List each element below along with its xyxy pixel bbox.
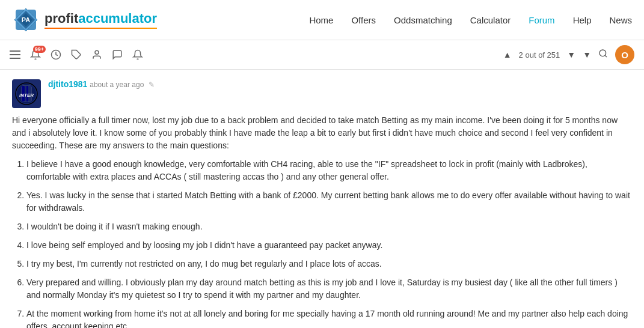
- top-navigation: PA profitaccumulator Home Offers Oddsmat…: [0, 0, 644, 40]
- bell-icon[interactable]: [132, 49, 143, 60]
- logo-underline: [44, 28, 157, 29]
- pagination-text: 2 out of 251: [519, 50, 560, 59]
- toolbar: 99+ ▲ 2 out of 251 ▼ ▼ O: [0, 40, 644, 70]
- list-item: I wouldn't be doing it if I wasn't makin…: [26, 220, 632, 233]
- verified-icon: ✎: [149, 80, 155, 89]
- hamburger-icon[interactable]: [10, 50, 20, 59]
- search-icon[interactable]: [598, 49, 608, 61]
- avatar: INTER: [12, 79, 41, 108]
- nav-oddsmatching[interactable]: Oddsmatching: [394, 15, 452, 25]
- post-area: INTER djtito1981 about a year ago ✎ Hi e…: [0, 70, 644, 328]
- nav-calculator[interactable]: Calculator: [470, 15, 511, 25]
- list-item: At the moment working from home it's not…: [26, 308, 632, 328]
- nav-help[interactable]: Help: [573, 15, 592, 25]
- logo-accent: accumulator: [78, 11, 157, 26]
- list-item: Very prepared and willing. I obviously p…: [26, 276, 632, 302]
- last-button[interactable]: ▼: [583, 50, 591, 59]
- svg-rect-6: [10, 50, 20, 52]
- post-username[interactable]: djtito1981: [48, 79, 87, 89]
- svg-text:INTER: INTER: [19, 93, 34, 98]
- list-item: Yes. I was lucky in the sense that i sta…: [26, 189, 632, 214]
- list-item: I love being self employed and by loosin…: [26, 239, 632, 252]
- logo-plain: profit: [44, 11, 78, 26]
- nav-home[interactable]: Home: [309, 15, 333, 25]
- logo-area: PA profitaccumulator: [12, 6, 157, 34]
- svg-line-13: [605, 55, 607, 57]
- nav-forum[interactable]: Forum: [529, 15, 554, 25]
- pagination-info: 2 out of 251: [519, 50, 560, 59]
- nav-links: Home Offers Oddsmatching Calculator Foru…: [309, 15, 632, 25]
- next-button[interactable]: ▼: [567, 50, 575, 59]
- logo-text-wrapper: profitaccumulator: [44, 11, 157, 29]
- svg-rect-7: [10, 54, 20, 55]
- comment-icon[interactable]: [112, 49, 123, 60]
- svg-rect-8: [10, 58, 20, 59]
- post-time: about a year ago: [90, 80, 144, 89]
- nav-news[interactable]: News: [609, 15, 632, 25]
- toolbar-right: ▲ 2 out of 251 ▼ ▼ O: [503, 45, 634, 64]
- user-edit-icon[interactable]: [91, 49, 102, 60]
- prev-button[interactable]: ▲: [503, 50, 512, 59]
- post-header: INTER djtito1981 about a year ago ✎: [12, 79, 632, 108]
- svg-text:PA: PA: [22, 16, 31, 23]
- post-list: I believe I have a good enough knowledge…: [12, 158, 632, 328]
- toolbar-left: 99+: [10, 49, 494, 60]
- nav-offers[interactable]: Offers: [351, 15, 376, 25]
- notification-icon[interactable]: 99+: [30, 49, 41, 60]
- svg-point-12: [600, 50, 606, 56]
- post-meta: djtito1981 about a year ago ✎: [48, 79, 155, 89]
- user-avatar-button[interactable]: O: [615, 45, 634, 64]
- notification-badge: 99+: [33, 46, 46, 53]
- post-intro: Hi everyone officially a full timer now,…: [12, 114, 632, 152]
- svg-point-11: [95, 50, 99, 54]
- logo-icon: PA: [12, 6, 40, 34]
- tag-icon[interactable]: [71, 49, 82, 60]
- list-item: I believe I have a good enough knowledge…: [26, 158, 632, 183]
- post-body: Hi everyone officially a full timer now,…: [12, 114, 632, 328]
- clock-icon[interactable]: [51, 49, 61, 60]
- list-item: I try my best, I'm currently not restric…: [26, 258, 632, 270]
